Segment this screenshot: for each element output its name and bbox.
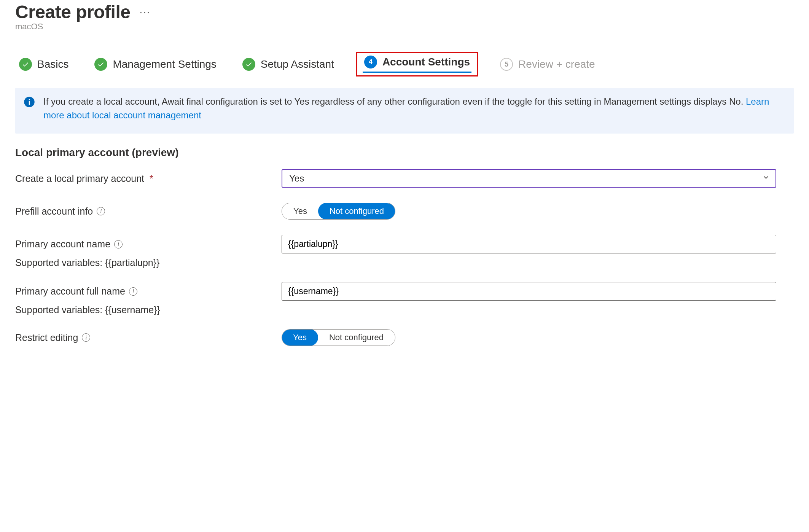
- restrict-option-yes[interactable]: Yes: [282, 329, 318, 346]
- page-title: Create profile: [15, 2, 130, 22]
- step-label: Basics: [37, 58, 68, 70]
- step-label: Review + create: [518, 58, 595, 70]
- info-text: If you create a local account, Await fin…: [43, 95, 785, 122]
- step-number-icon: 5: [500, 58, 513, 71]
- step-management-settings[interactable]: Management Settings: [91, 56, 220, 72]
- wizard-stepper: Basics Management Settings Setup Assista…: [15, 52, 794, 76]
- info-tooltip-icon[interactable]: i: [82, 333, 90, 342]
- primary-account-full-name-input[interactable]: [282, 282, 776, 301]
- step-label: Setup Assistant: [261, 58, 334, 70]
- step-number-icon: 4: [364, 56, 377, 68]
- info-icon: [24, 96, 35, 108]
- label-text: Primary account name: [15, 239, 110, 250]
- label-text: Create a local primary account: [15, 173, 144, 184]
- step-label: Account Settings: [382, 56, 470, 68]
- page-subtitle: macOS: [15, 22, 794, 32]
- primary-account-name-input[interactable]: [282, 235, 776, 253]
- info-tooltip-icon[interactable]: i: [114, 240, 123, 248]
- check-icon: [19, 58, 32, 71]
- restrict-editing-toggle[interactable]: Yes Not configured: [282, 329, 395, 346]
- step-label: Management Settings: [113, 58, 216, 70]
- info-tooltip-icon[interactable]: i: [97, 207, 105, 215]
- step-review-create[interactable]: 5 Review + create: [496, 56, 599, 72]
- label-primary-account-full-name: Primary account full name i: [15, 286, 282, 297]
- label-create-local-account: Create a local primary account*: [15, 173, 282, 184]
- step-basics[interactable]: Basics: [15, 56, 72, 72]
- step-account-settings[interactable]: 4 Account Settings: [356, 52, 478, 76]
- required-marker: *: [150, 173, 153, 184]
- create-local-account-select[interactable]: Yes: [282, 169, 776, 188]
- svg-rect-2: [29, 99, 30, 100]
- section-heading: Local primary account (preview): [15, 147, 794, 159]
- label-primary-account-name: Primary account name i: [15, 239, 282, 250]
- account-settings-form: Create a local primary account* Yes Pref…: [15, 169, 794, 346]
- prefill-option-not-configured[interactable]: Not configured: [318, 203, 395, 220]
- svg-rect-1: [29, 101, 30, 105]
- prefill-option-yes[interactable]: Yes: [282, 203, 319, 219]
- restrict-option-not-configured[interactable]: Not configured: [318, 330, 395, 346]
- info-banner: If you create a local account, Await fin…: [15, 88, 794, 134]
- label-text: Prefill account info: [15, 206, 93, 217]
- hint-primary-account-full-name: Supported variables: {{username}}: [15, 304, 794, 315]
- label-text: Restrict editing: [15, 332, 78, 343]
- label-prefill-account-info: Prefill account info i: [15, 206, 282, 217]
- label-text: Primary account full name: [15, 286, 125, 297]
- check-icon: [94, 58, 107, 71]
- label-restrict-editing: Restrict editing i: [15, 332, 282, 343]
- info-tooltip-icon[interactable]: i: [129, 287, 137, 296]
- select-value: Yes: [289, 173, 304, 183]
- info-body: If you create a local account, Await fin…: [43, 96, 746, 107]
- hint-primary-account-name: Supported variables: {{partialupn}}: [15, 257, 794, 268]
- check-icon: [242, 58, 255, 71]
- chevron-down-icon: [762, 173, 770, 184]
- overflow-menu[interactable]: ···: [139, 6, 150, 18]
- prefill-toggle[interactable]: Yes Not configured: [282, 203, 395, 220]
- step-setup-assistant[interactable]: Setup Assistant: [239, 56, 338, 72]
